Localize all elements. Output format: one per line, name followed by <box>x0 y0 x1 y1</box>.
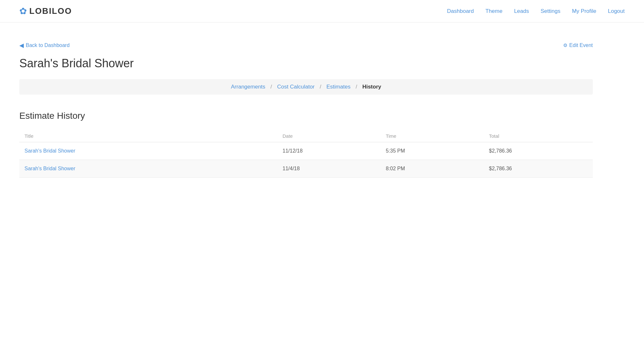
logo-area: ✿ LOBILOO <box>19 6 72 16</box>
edit-event-label: Edit Event <box>569 42 593 48</box>
table-cell-title-1: Sarah's Bridal Shower <box>19 160 277 178</box>
back-to-dashboard-label: Back to Dashboard <box>26 42 70 48</box>
table-row: Sarah's Bridal Shower11/12/185:35 PM$2,7… <box>19 142 593 160</box>
tab-item-estimates: Estimates <box>324 84 352 90</box>
tab-separator-3: / <box>352 84 360 90</box>
tab-item-cost-calculator: Cost Calculator <box>275 84 316 90</box>
nav-item-leads[interactable]: Leads <box>514 8 529 14</box>
estimate-history-section: Estimate History Title Date Time Total S… <box>19 111 593 178</box>
table-cell-total-1: $2,786.36 <box>484 160 593 178</box>
col-header-total: Total <box>484 130 593 142</box>
logo-icon: ✿ <box>19 6 27 16</box>
nav-item-logout[interactable]: Logout <box>608 8 625 14</box>
gear-icon: ⚙ <box>563 42 567 48</box>
table-cell-date-1: 11/4/18 <box>277 160 380 178</box>
main-nav: Dashboard Theme Leads Settings My Profil… <box>447 8 625 14</box>
tab-estimates[interactable]: Estimates <box>324 84 352 90</box>
tabs-bar: Arrangements / Cost Calculator / Estimat… <box>19 79 593 95</box>
tab-history-active: History <box>360 84 383 90</box>
tab-item-history: History <box>360 84 383 90</box>
table-header-row: Title Date Time Total <box>19 130 593 142</box>
tab-separator-1: / <box>267 84 275 90</box>
nav-item-dashboard[interactable]: Dashboard <box>447 8 474 14</box>
tab-cost-calculator[interactable]: Cost Calculator <box>275 84 316 90</box>
logo-text: LOBILOO <box>29 6 72 16</box>
nav-item-settings[interactable]: Settings <box>541 8 560 14</box>
tab-item-arrangements: Arrangements <box>229 84 267 90</box>
table-cell-time-1: 8:02 PM <box>380 160 484 178</box>
back-to-dashboard-link[interactable]: ◀ Back to Dashboard <box>19 42 70 49</box>
nav-item-theme[interactable]: Theme <box>485 8 503 14</box>
header: ✿ LOBILOO Dashboard Theme Leads Settings… <box>0 0 644 23</box>
col-header-time: Time <box>380 130 484 142</box>
tab-separator-2: / <box>317 84 325 90</box>
section-title: Estimate History <box>19 111 593 121</box>
table-cell-time-0: 5:35 PM <box>380 142 484 160</box>
edit-event-link[interactable]: ⚙ Edit Event <box>563 42 593 48</box>
table-cell-total-0: $2,786.36 <box>484 142 593 160</box>
estimate-table: Title Date Time Total Sarah's Bridal Sho… <box>19 130 593 178</box>
table-row: Sarah's Bridal Shower11/4/188:02 PM$2,78… <box>19 160 593 178</box>
table-cell-title-0: Sarah's Bridal Shower <box>19 142 277 160</box>
page-title: Sarah's Bridal Shower <box>19 57 593 70</box>
nav-item-my-profile[interactable]: My Profile <box>572 8 596 14</box>
col-header-title: Title <box>19 130 277 142</box>
tab-arrangements[interactable]: Arrangements <box>229 84 267 90</box>
table-link-title-1[interactable]: Sarah's Bridal Shower <box>24 166 75 171</box>
back-arrow-icon: ◀ <box>19 42 24 49</box>
top-bar: ◀ Back to Dashboard ⚙ Edit Event <box>19 42 593 49</box>
table-cell-date-0: 11/12/18 <box>277 142 380 160</box>
table-link-title-0[interactable]: Sarah's Bridal Shower <box>24 148 75 154</box>
col-header-date: Date <box>277 130 380 142</box>
main-content: ◀ Back to Dashboard ⚙ Edit Event Sarah's… <box>0 23 612 191</box>
